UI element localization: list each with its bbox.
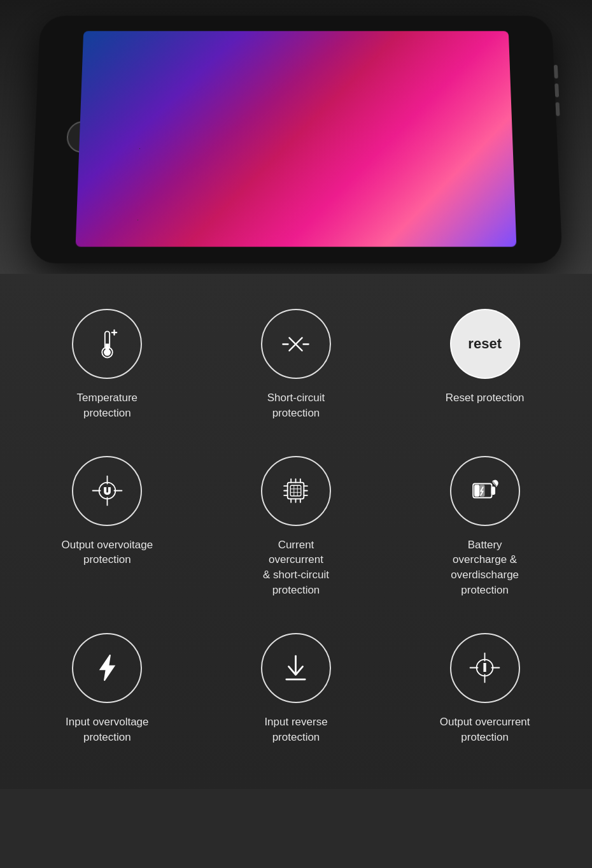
- svg-text:I: I: [483, 662, 486, 673]
- phone-hero-section: [0, 0, 592, 274]
- svg-rect-35: [492, 487, 495, 494]
- svg-text:U: U: [104, 486, 111, 496]
- feature-short-circuit: Short-circuit protection: [202, 293, 391, 440]
- input-overvoltage-label: Input overvoltage protection: [66, 715, 148, 745]
- feature-input-reverse: Input reverse protection: [202, 617, 391, 764]
- features-section: Temperature protection Short-circuit pro…: [0, 274, 592, 789]
- svg-rect-17: [291, 485, 302, 496]
- reset-label: Reset protection: [446, 390, 525, 406]
- feature-output-overcurrent: I Output overcurrent protection: [390, 617, 579, 764]
- lightning-icon: [90, 650, 125, 685]
- output-overvoltage-label: Output overvoitage protection: [62, 537, 153, 568]
- current-overcurrent-label: Current overcurrent & short-circuit prot…: [263, 537, 329, 598]
- output-overcurrent-label: Output overcurrent protection: [440, 715, 530, 745]
- battery-leaf-icon: [467, 473, 502, 508]
- i-symbol-icon-circle: I: [450, 633, 520, 703]
- input-reverse-label: Input reverse protection: [264, 715, 327, 745]
- u-symbol-icon: U: [90, 473, 125, 508]
- feature-output-overvoltage: U Output overvoitage protection: [13, 440, 202, 617]
- feature-input-overvoltage: Input overvoltage protection: [13, 617, 202, 764]
- chip-icon-circle: [261, 456, 331, 526]
- download-arrow-icon: [278, 650, 313, 685]
- download-arrow-icon-circle: [261, 633, 331, 703]
- thermometer-icon: [90, 327, 125, 362]
- battery-leaf-icon-circle: [450, 456, 520, 526]
- feature-current-overcurrent: Current overcurrent & short-circuit prot…: [202, 440, 391, 617]
- features-grid: Temperature protection Short-circuit pro…: [13, 293, 579, 764]
- svg-rect-16: [288, 483, 304, 499]
- feature-temperature: Temperature protection: [13, 293, 202, 440]
- battery-overcharge-label: Battery overcharge & overdischarge prote…: [451, 537, 519, 598]
- phone-mockup: [29, 16, 563, 264]
- short-circuit-icon-circle: [261, 309, 331, 379]
- feature-battery-overcharge: Battery overcharge & overdischarge prote…: [390, 440, 579, 617]
- temperature-icon-circle: [72, 309, 142, 379]
- x-cross-icon: [278, 327, 313, 362]
- reset-icon-circle: reset: [450, 309, 520, 379]
- feature-reset: reset Reset protection: [390, 293, 579, 440]
- phone-screen: [76, 31, 517, 247]
- chip-icon: [278, 473, 313, 508]
- phone-side-buttons: [554, 65, 560, 116]
- temperature-label: Temperature protection: [77, 390, 137, 421]
- i-symbol-icon: I: [467, 650, 502, 685]
- short-circuit-label: Short-circuit protection: [267, 390, 325, 421]
- lightning-icon-circle: [72, 633, 142, 703]
- svg-point-3: [104, 349, 110, 355]
- output-overvoltage-icon-circle: U: [72, 456, 142, 526]
- reset-text: reset: [468, 336, 502, 352]
- svg-rect-36: [475, 485, 479, 496]
